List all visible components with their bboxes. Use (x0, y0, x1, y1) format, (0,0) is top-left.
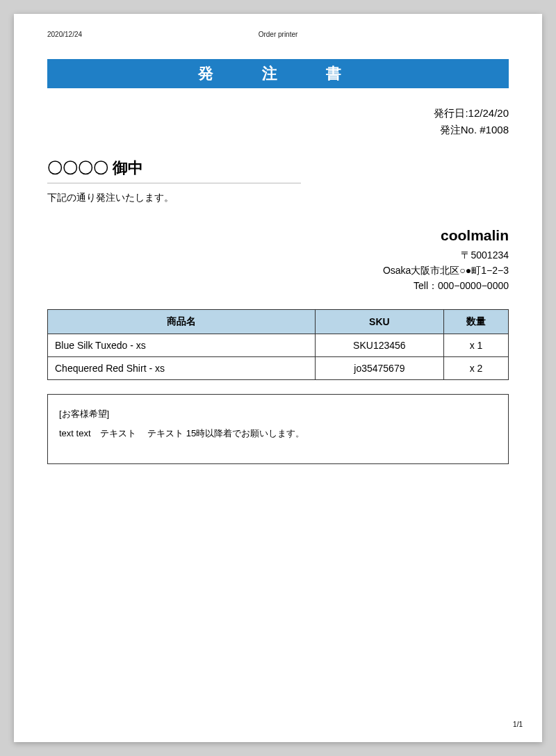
document-title: 発 注 書 (47, 59, 509, 88)
table-row: Chequered Red Shirt - xs jo35475679 x 2 (48, 356, 509, 379)
recipient-name: 〇〇〇〇 御中 (47, 158, 301, 183)
sender-name: coolmalin (47, 224, 509, 247)
header-date: 2020/12/24 (47, 31, 82, 38)
cell-sku: SKU123456 (315, 334, 444, 356)
page-number: 1/1 (513, 721, 523, 728)
order-statement: 下記の通り発注いたします。 (47, 192, 509, 204)
order-no: #1008 (480, 124, 509, 135)
order-no-label: 発注No. (440, 124, 480, 135)
document-page: 2020/12/24 Order printer 発 注 書 発行日:12/24… (14, 14, 542, 742)
cell-qty: x 1 (444, 334, 509, 356)
cell-name: Blue Silk Tuxedo - xs (48, 334, 316, 356)
col-header-qty: 数量 (444, 309, 509, 334)
cell-sku: jo35475679 (315, 356, 444, 379)
cell-qty: x 2 (444, 356, 509, 379)
customer-note-label: [お客様希望] (59, 404, 497, 425)
col-header-sku: SKU (315, 309, 444, 334)
items-table: 商品名 SKU 数量 Blue Silk Tuxedo - xs SKU1234… (47, 309, 509, 380)
issue-date-line: 発行日:12/24/20 (47, 105, 509, 122)
print-header: 2020/12/24 Order printer (47, 31, 509, 38)
header-title: Order printer (259, 31, 298, 38)
order-no-line: 発注No. #1008 (47, 122, 509, 138)
sender-tel: Tell：000−0000−0000 (47, 278, 509, 293)
customer-note-box: [お客様希望] text text テキスト テキスト 15時以降着でお願いしま… (47, 394, 509, 464)
issue-date-label: 発行日: (434, 107, 468, 119)
table-row: Blue Silk Tuxedo - xs SKU123456 x 1 (48, 334, 509, 356)
sender-address: Osaka大阪市北区○●町1−2−3 (47, 263, 509, 278)
sender-block: coolmalin 〒5001234 Osaka大阪市北区○●町1−2−3 Te… (47, 224, 509, 294)
table-header-row: 商品名 SKU 数量 (48, 309, 509, 334)
cell-name: Chequered Red Shirt - xs (48, 356, 316, 379)
customer-note-body: text text テキスト テキスト 15時以降着でお願いします。 (59, 424, 497, 444)
issue-date: 12/24/20 (468, 107, 509, 119)
issue-info: 発行日:12/24/20 発注No. #1008 (47, 105, 509, 138)
sender-zip: 〒5001234 (47, 247, 509, 263)
col-header-name: 商品名 (48, 309, 316, 334)
